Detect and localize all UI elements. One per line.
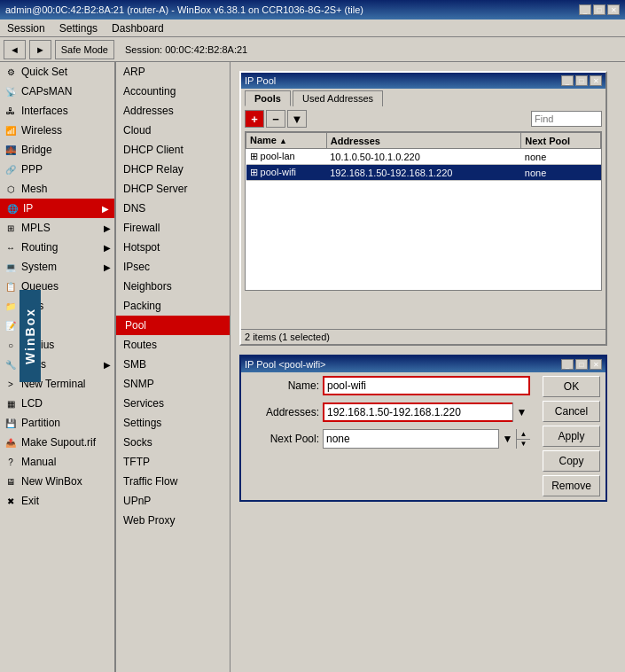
dialog-body: Name: Addresses: ▼ Next Pool: xyxy=(241,372,605,500)
exit-icon: ✖ xyxy=(4,494,18,508)
menu-dashboard[interactable]: Dashboard xyxy=(108,21,168,35)
sidebar-item-newterminal[interactable]: > New Terminal xyxy=(0,374,114,394)
submenu-dhcprelay[interactable]: DHCP Relay xyxy=(116,160,230,179)
maximize-btn[interactable]: □ xyxy=(593,4,605,15)
submenu-dns[interactable]: DNS xyxy=(116,199,230,218)
sidebar-item-wireless[interactable]: 📶 Wireless xyxy=(0,121,114,140)
minimize-btn[interactable]: _ xyxy=(579,4,591,15)
sidebar-item-exit[interactable]: ✖ Exit xyxy=(0,491,114,511)
sidebar-item-manual[interactable]: ? Manual xyxy=(0,452,114,472)
submenu-services[interactable]: Services xyxy=(116,394,230,413)
menu-settings[interactable]: Settings xyxy=(56,21,101,35)
ip-pool-close[interactable]: ✕ xyxy=(590,75,602,86)
sidebar-item-quickset[interactable]: ⚙ Quick Set xyxy=(0,62,114,82)
submenu-dhcpclient[interactable]: DHCP Client xyxy=(116,140,230,160)
addresses-input[interactable] xyxy=(323,402,530,422)
ip-pool-maximize[interactable]: □ xyxy=(575,75,588,86)
apply-button[interactable]: Apply xyxy=(543,426,600,447)
submenu-arp[interactable]: ARP xyxy=(116,62,230,82)
remove-button[interactable]: Remove xyxy=(543,475,600,496)
sidebar-item-mesh[interactable]: ⬡ Mesh xyxy=(0,179,114,199)
col-addresses[interactable]: Addresses xyxy=(326,133,521,149)
add-pool-button[interactable]: + xyxy=(245,110,264,128)
forward-button[interactable]: ► xyxy=(29,40,51,59)
submenu-accounting[interactable]: Accounting xyxy=(116,82,230,101)
sidebar-item-radius[interactable]: ○ Radius xyxy=(0,335,114,355)
submenu-pool[interactable]: Pool xyxy=(116,316,230,335)
quickset-icon: ⚙ xyxy=(4,65,18,79)
name-label: Name: xyxy=(248,379,319,392)
system-icon: 💻 xyxy=(4,260,18,274)
nextpool-dropdown-btn[interactable]: ▼ xyxy=(498,429,516,449)
sidebar-item-bridge[interactable]: 🌉 Bridge xyxy=(0,140,114,160)
submenu-hotspot[interactable]: Hotspot xyxy=(116,238,230,257)
sidebar-item-partition[interactable]: 💾 Partition xyxy=(0,413,114,433)
sidebar-item-newwinbox[interactable]: 🖥 New WinBox xyxy=(0,472,114,491)
title-bar: admin@00:0C:42:B2:8A:21 (router-A) - Win… xyxy=(0,0,625,20)
submenu-trafficflow[interactable]: Traffic Flow xyxy=(116,472,230,491)
ip-arrow-icon: ▶ xyxy=(102,204,109,214)
submenu-tftp[interactable]: TFTP xyxy=(116,452,230,472)
filter-button[interactable]: ▼ xyxy=(287,110,307,128)
ok-button[interactable]: OK xyxy=(543,376,600,397)
dialog-minimize[interactable]: _ xyxy=(561,359,574,370)
submenu-neighbors[interactable]: Neighbors xyxy=(116,277,230,296)
submenu-dhcpserver[interactable]: DHCP Server xyxy=(116,179,230,199)
copy-button[interactable]: Copy xyxy=(543,450,600,472)
sidebar-item-interfaces[interactable]: 🖧 Interfaces xyxy=(0,101,114,121)
sidebar-item-queues[interactable]: 📋 Queues xyxy=(0,277,114,296)
tab-pools[interactable]: Pools xyxy=(245,90,291,106)
submenu-webproxy[interactable]: Web Proxy xyxy=(116,511,230,530)
dialog-maximize[interactable]: □ xyxy=(575,359,588,370)
sidebar-item-ppp[interactable]: 🔗 PPP xyxy=(0,160,114,179)
submenu-addresses[interactable]: Addresses xyxy=(116,101,230,121)
nextpool-down-btn[interactable]: ▼ xyxy=(516,440,530,449)
mpls-icon: ⊞ xyxy=(4,221,18,235)
submenu-routes[interactable]: Routes xyxy=(116,335,230,355)
submenu-cloud[interactable]: Cloud xyxy=(116,121,230,140)
submenu-socks[interactable]: Socks xyxy=(116,433,230,452)
tools-icon: 🔧 xyxy=(4,357,18,371)
col-name[interactable]: Name ▲ xyxy=(246,133,327,149)
ip-pool-title: IP Pool xyxy=(245,75,276,86)
remove-pool-button[interactable]: − xyxy=(266,110,285,128)
table-row[interactable]: ⊞ pool-wifi 192.168.1.50-192.168.1.220 n… xyxy=(246,165,601,181)
row2-icon: ⊞ xyxy=(250,167,258,177)
sidebar-item-capsman[interactable]: 📡 CAPsMAN xyxy=(0,82,114,101)
dialog-close[interactable]: ✕ xyxy=(590,359,602,370)
sidebar-item-ip[interactable]: 🌐 IP ▶ xyxy=(0,199,114,218)
submenu-snmp[interactable]: SNMP xyxy=(116,374,230,394)
submenu-firewall[interactable]: Firewall xyxy=(116,218,230,238)
sidebar-item-log[interactable]: 📝 Log xyxy=(0,316,114,335)
col-nextpool[interactable]: Next Pool xyxy=(521,133,601,149)
sidebar-item-makesupout[interactable]: 📤 Make Supout.rif xyxy=(0,433,114,452)
ip-pool-dialog-titlebar: IP Pool <pool-wifi> _ □ ✕ xyxy=(241,356,605,372)
menu-session[interactable]: Session xyxy=(4,21,49,35)
sidebar-item-tools[interactable]: 🔧 Tools ▶ xyxy=(0,355,114,374)
close-btn[interactable]: ✕ xyxy=(607,4,620,15)
submenu-settings[interactable]: Settings xyxy=(116,413,230,433)
nextpool-up-btn[interactable]: ▲ xyxy=(516,429,530,440)
addresses-dropdown-btn[interactable]: ▼ xyxy=(512,402,530,422)
submenu-upnp[interactable]: UPnP xyxy=(116,491,230,511)
sidebar-item-routing[interactable]: ↔ Routing ▶ xyxy=(0,238,114,257)
submenu-packing[interactable]: Packing xyxy=(116,296,230,316)
sidebar-item-files[interactable]: 📁 Files xyxy=(0,296,114,316)
tab-used-addresses[interactable]: Used Addresses xyxy=(293,90,383,106)
table-row[interactable]: ⊞ pool-lan 10.1.0.50-10.1.0.220 none xyxy=(246,149,601,165)
safemode-button[interactable]: Safe Mode xyxy=(55,40,114,59)
sidebar-item-system[interactable]: 💻 System ▶ xyxy=(0,257,114,277)
submenu-ipsec[interactable]: IPsec xyxy=(116,257,230,277)
interfaces-icon: 🖧 xyxy=(4,104,18,118)
submenu-smb[interactable]: SMB xyxy=(116,355,230,374)
nextpool-combo: ▼ ▲ ▼ xyxy=(323,429,530,449)
sidebar-item-lcd[interactable]: ▦ LCD xyxy=(0,394,114,413)
dialog-buttons: OK Cancel Apply Copy Remove xyxy=(537,372,605,500)
name-input[interactable] xyxy=(323,376,530,395)
find-input[interactable] xyxy=(531,111,602,127)
ip-pool-minimize[interactable]: _ xyxy=(561,75,574,86)
sidebar-item-mpls[interactable]: ⊞ MPLS ▶ xyxy=(0,218,114,238)
cancel-button[interactable]: Cancel xyxy=(543,401,600,422)
sidebar: ⚙ Quick Set 📡 CAPsMAN 🖧 Interfaces 📶 Wir… xyxy=(0,62,115,672)
back-button[interactable]: ◄ xyxy=(4,40,26,59)
